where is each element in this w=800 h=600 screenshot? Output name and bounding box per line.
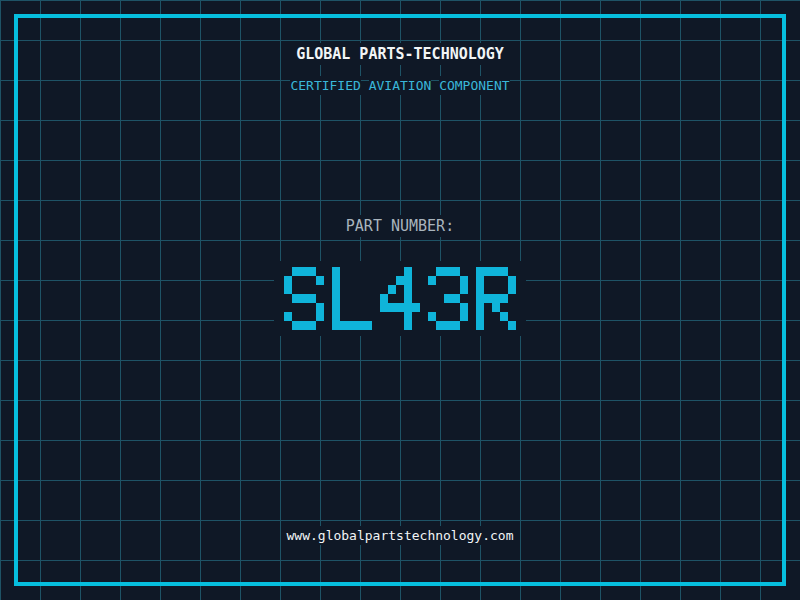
certificate-card: GLOBAL PARTS-TECHNOLOGY CERTIFIED AVIATI… <box>0 0 800 600</box>
pixel-glyph <box>476 267 516 330</box>
pixel-glyph <box>428 267 468 330</box>
website-url: www.globalpartstechnology.com <box>0 529 800 543</box>
pixel-glyph <box>284 267 324 330</box>
pixel-glyph <box>332 267 372 330</box>
company-name: GLOBAL PARTS-TECHNOLOGY <box>0 46 800 63</box>
certification-label: CERTIFIED AVIATION COMPONENT <box>0 79 800 93</box>
part-number-row <box>0 261 800 336</box>
part-number-label: PART NUMBER: <box>0 218 800 235</box>
pixel-glyph <box>380 267 420 330</box>
part-number-value <box>274 261 526 336</box>
